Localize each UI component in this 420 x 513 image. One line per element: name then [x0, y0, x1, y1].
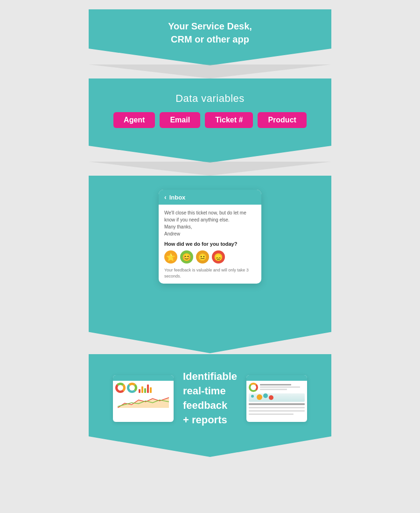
data-vars-tags: Agent Email Ticket # Product [98, 112, 322, 137]
bar-4 [147, 385, 149, 393]
tag-ticket: Ticket # [205, 112, 253, 128]
section3-wrapper: ‹ Inbox We'll close this ticket now, but… [89, 176, 331, 353]
dash-right-row1 [249, 383, 305, 392]
svg-marker-0 [89, 64, 331, 78]
bar-5 [150, 387, 152, 393]
section3-chevron: ‹ Inbox We'll close this ticket now, but… [89, 176, 331, 353]
reports-label: Identifiablereal-timefeedback+ reports [183, 370, 237, 427]
dash-right-header [246, 375, 307, 381]
section2-chevron: Data variables Agent Email Ticket # Prod… [89, 78, 331, 163]
line-chart-area [115, 396, 171, 408]
inbox-card: ‹ Inbox We'll close this ticket now, but… [159, 190, 261, 284]
donut-chart-right [249, 383, 258, 392]
section4-wrapper: Identifiablereal-timefeedback+ reports [89, 354, 331, 457]
world-map [249, 393, 305, 402]
dash-text-lines [260, 384, 305, 391]
data-rows [249, 403, 305, 416]
dashboard-right [246, 375, 307, 422]
inbox-question: How did we do for you today? [164, 241, 256, 247]
section4-chevron: Identifiablereal-timefeedback+ reports [89, 354, 331, 457]
bar-3 [144, 388, 146, 393]
data-row-4 [249, 413, 294, 415]
inbox-message: We'll close this ticket now, but do let … [164, 209, 256, 237]
line-chart-svg [115, 396, 171, 408]
inbox-body: We'll close this ticket now, but do let … [159, 205, 261, 284]
donut-chart-1 [115, 383, 126, 393]
connector2 [89, 162, 331, 176]
inbox-footer: Your feedback is valuable and will only … [164, 267, 256, 279]
tag-product: Product [258, 112, 306, 128]
text-line-2 [260, 386, 300, 388]
dashboard-left [113, 375, 174, 422]
bar-2 [141, 386, 143, 393]
data-row-1 [249, 403, 305, 405]
text-line-1 [260, 384, 291, 385]
connector1-svg [89, 64, 331, 78]
svg-marker-1 [89, 162, 331, 176]
data-vars-title: Data variables [98, 93, 322, 105]
inbox-header-label: Inbox [169, 194, 186, 201]
svg-marker-2 [118, 398, 169, 408]
emoji-star: ⭐ [164, 250, 177, 264]
emoji-happy: 😊 [180, 250, 193, 264]
section2-wrapper: Data variables Agent Email Ticket # Prod… [89, 78, 331, 163]
data-row-3 [249, 410, 305, 412]
dash-right-content [246, 381, 307, 418]
back-arrow-icon: ‹ [164, 193, 167, 201]
dash-left-header [113, 375, 174, 381]
emoji-row: ⭐ 😊 😐 😞 [164, 250, 256, 264]
dash-left-content [113, 381, 174, 410]
bar-1 [139, 389, 140, 393]
data-row-2 [249, 407, 305, 408]
inbox-header: ‹ Inbox [159, 190, 261, 205]
bar-chart-1 [139, 383, 152, 393]
section1-wrapper: Your Service Desk,CRM or other app [89, 9, 331, 65]
connector2-svg [89, 162, 331, 176]
tag-agent: Agent [113, 112, 155, 128]
section1-chevron: Your Service Desk,CRM or other app [89, 9, 331, 65]
connector1 [89, 64, 331, 78]
text-line-3 [260, 389, 287, 390]
donut-chart-2 [127, 383, 137, 393]
map-dots [251, 395, 254, 398]
tag-email: Email [160, 112, 200, 128]
flow-container: Your Service Desk,CRM or other app Data … [0, 9, 420, 456]
emoji-sad: 😞 [212, 250, 225, 264]
emoji-neutral: 😐 [196, 250, 209, 264]
section1-label: Your Service Desk,CRM or other app [168, 20, 252, 46]
